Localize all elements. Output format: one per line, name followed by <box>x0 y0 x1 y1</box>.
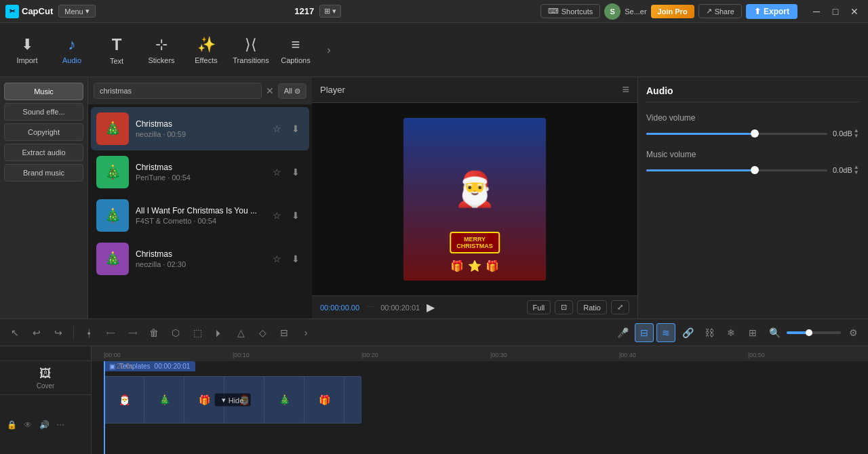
music-volume-decrement-button[interactable]: ▼ <box>854 170 859 176</box>
toolbar-audio[interactable]: ♪ Audio <box>50 26 94 74</box>
search-clear-button[interactable]: ✕ <box>266 85 274 96</box>
player-menu-button[interactable]: ≡ <box>622 83 629 97</box>
sidebar-copyright-button[interactable]: Copyright <box>4 123 83 141</box>
list-item[interactable]: 🎄 Christmas PeriTune · 00:54 ☆ ⬇ <box>91 150 309 194</box>
color-button[interactable]: ◇ <box>253 323 272 342</box>
link-button[interactable]: 🔗 <box>678 323 697 342</box>
maximize-button[interactable]: □ <box>827 3 844 20</box>
sidebar-sound-effects-button[interactable]: Sound effe... <box>4 103 83 121</box>
time-total: 00:00:20:01 <box>380 304 420 312</box>
music-meta: neozilla · 00:59 <box>136 130 262 138</box>
favorite-button[interactable]: ☆ <box>269 207 285 224</box>
favorite-button[interactable]: ☆ <box>269 164 285 180</box>
more-tools-button[interactable]: › <box>296 323 315 342</box>
eye-button[interactable]: 👁 <box>20 417 35 432</box>
redo-button[interactable]: ↪ <box>49 323 68 342</box>
split-button[interactable]: ⟝ <box>101 323 120 342</box>
zoom-slider[interactable] <box>787 331 841 334</box>
thumbnail-button[interactable]: ⊞ <box>743 323 762 342</box>
timeline-count: 1217 <box>294 6 314 16</box>
download-button[interactable]: ⬇ <box>288 164 304 180</box>
favorite-button[interactable]: ☆ <box>269 251 285 267</box>
list-item[interactable]: 🎄 All I Want For Christmas Is You ... F4… <box>91 194 309 237</box>
play-button[interactable]: ▶ <box>427 301 435 314</box>
select-tool-button[interactable]: ↖ <box>5 323 24 342</box>
search-input[interactable] <box>94 83 262 99</box>
toolbar-text[interactable]: T Text <box>95 26 138 74</box>
search-bar: ✕ All ⊜ <box>88 77 312 104</box>
timeline-area: ↖ ↩ ↪ ⍿ ⟝ ⟞ 🗑 ⬡ ⬚ ⏵ △ ◇ ⊟ › 🎤 ⊟ ≋ 🔗 ⛓ ❄ … <box>0 318 868 454</box>
favorite-button[interactable]: ☆ <box>269 121 285 137</box>
full-button[interactable]: Full <box>527 300 551 314</box>
captions-icon: ≡ <box>292 36 300 54</box>
duplicate-button[interactable]: ⬚ <box>188 323 207 342</box>
cover-icon: 🖼 <box>39 367 52 381</box>
video-volume-label: Video volume <box>646 113 860 123</box>
player-tools: Full ⊡ Ratio ⤢ <box>527 300 629 314</box>
audio-track-button[interactable]: 🔊 <box>37 417 52 432</box>
microphone-button[interactable]: 🎤 <box>613 323 632 342</box>
freeze-button[interactable]: ❄ <box>722 323 741 342</box>
volume-decrement-button[interactable]: ▼ <box>854 133 859 139</box>
speed-button[interactable]: ⏵ <box>210 323 229 342</box>
toolbar-import[interactable]: ⬇ Import <box>5 26 49 74</box>
list-item[interactable]: 🎄 Christmas neozilla · 02:30 ☆ ⬇ <box>91 237 309 281</box>
toolbar-import-label: Import <box>16 56 37 64</box>
ratio-button[interactable]: Ratio <box>577 300 607 314</box>
download-button[interactable]: ⬇ <box>288 207 304 224</box>
toolbar-stickers[interactable]: ⊹ Stickers <box>140 26 183 74</box>
view-toggle-button[interactable]: ⊞ ▾ <box>319 5 341 18</box>
delete-button[interactable]: 🗑 <box>144 323 163 342</box>
unlink-button[interactable]: ⛓ <box>700 323 719 342</box>
app-name: CapCut <box>22 6 53 16</box>
minimize-button[interactable]: ─ <box>808 3 825 20</box>
share-button[interactable]: ↗ Share <box>698 4 742 18</box>
lock-button[interactable]: 🔒 <box>4 417 19 432</box>
video-preview: 🎅 MERRYCHRISTMAS 🎁 ⭐ 🎁 <box>403 118 546 281</box>
merry-christmas-text: MERRYCHRISTMAS <box>456 236 493 249</box>
hide-button[interactable]: ▾ Hide <box>215 394 251 407</box>
text-icon: T <box>112 35 122 54</box>
crop-button[interactable]: ⬡ <box>166 323 185 342</box>
music-title: Christmas <box>136 119 262 129</box>
split-screen-button[interactable]: ⊟ <box>275 323 294 342</box>
download-button[interactable]: ⬇ <box>288 251 304 267</box>
filter-button[interactable]: All ⊜ <box>278 83 307 99</box>
toolbar-transitions[interactable]: ⟩⟨ Transitions <box>229 26 273 74</box>
sidebar-extract-audio-button[interactable]: Extract audio <box>4 144 83 161</box>
music-panel: ✕ All ⊜ 🎄 Christmas neozilla · <box>88 77 312 318</box>
split-all-button[interactable]: ⍿ <box>79 323 98 342</box>
timeline-left-panel: 🖼 Cover 🔒 👁 🔊 ⋯ <box>0 346 92 454</box>
topbar: ✂ CapCut Menu ▾ 1217 ⊞ ▾ ⌨ Shortcuts S S… <box>0 0 868 23</box>
video-filmstrip[interactable]: 🎅 🎄 🎁 🎅 🎄 🎁 ▾ Hide <box>104 376 361 424</box>
toolbar-effects[interactable]: ✨ Effects <box>184 26 228 74</box>
toolbar-more-button[interactable]: › <box>319 26 339 74</box>
timeline-ruler: |00:00 |00:10 |00:20 |00:30 |00:40 |00:5… <box>92 346 868 361</box>
menu-button[interactable]: Menu ▾ <box>58 5 96 18</box>
fullscreen-button[interactable]: ⤢ <box>611 300 629 314</box>
music-volume-slider[interactable] <box>646 169 827 171</box>
transform-button[interactable]: △ <box>231 323 250 342</box>
shortcuts-button[interactable]: ⌨ Shortcuts <box>540 4 600 18</box>
clip-view-button[interactable]: ⊟ <box>635 323 654 342</box>
safe-zone-button[interactable]: ⊡ <box>555 300 573 314</box>
export-button[interactable]: ⬆ Export <box>746 4 797 19</box>
track-more-button[interactable]: ⋯ <box>53 417 68 432</box>
split-right-button[interactable]: ⟞ <box>123 323 142 342</box>
settings-button[interactable]: ⚙ <box>844 323 863 342</box>
video-volume-slider[interactable] <box>646 133 827 135</box>
music-meta: F4ST & Cornetto · 00:54 <box>136 217 262 225</box>
waveform-button[interactable]: ≋ <box>656 323 675 342</box>
music-thumbnail: 🎄 <box>96 156 129 188</box>
zoom-out-button[interactable]: 🔍 <box>765 323 784 342</box>
list-item[interactable]: 🎄 Christmas neozilla · 00:59 ☆ ⬇ <box>91 107 309 150</box>
join-pro-button[interactable]: Join Pro <box>651 5 694 18</box>
playhead <box>104 361 105 454</box>
download-button[interactable]: ⬇ <box>288 121 304 137</box>
sidebar-brand-music-button[interactable]: Brand music <box>4 164 83 182</box>
close-button[interactable]: ✕ <box>846 3 863 20</box>
undo-button[interactable]: ↩ <box>27 323 46 342</box>
toolbar-audio-label: Audio <box>62 56 81 64</box>
sidebar-music-button[interactable]: Music <box>4 83 83 100</box>
toolbar-captions[interactable]: ≡ Captions <box>274 26 317 74</box>
